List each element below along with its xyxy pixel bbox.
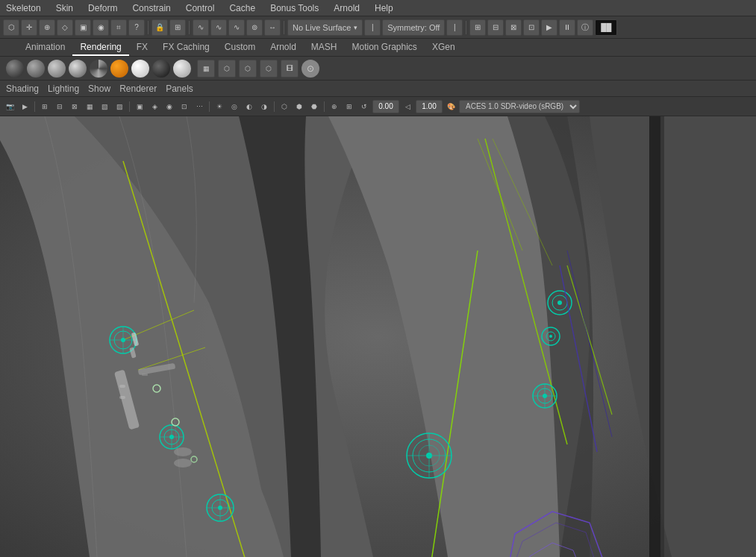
vp-icon-paste[interactable]: ⊞ (343, 100, 356, 113)
tool-grid4[interactable]: ⊡ (523, 19, 540, 36)
shading-menu-show[interactable]: Show (88, 84, 110, 94)
vp-icon-cube1[interactable]: ▣ (133, 100, 146, 113)
vp-icon-dots[interactable]: ⋯ (193, 100, 206, 113)
shading-menu-lighting[interactable]: Lighting (48, 84, 79, 94)
vp-icon-shading1[interactable]: ⬡ (278, 100, 291, 113)
sphere-lightgray[interactable] (173, 60, 191, 78)
svg-rect-43 (119, 396, 125, 399)
shading-menu-panels[interactable]: Panels (166, 84, 193, 94)
tab-arnold[interactable]: Arnold (263, 40, 304, 56)
separator2 (189, 21, 190, 34)
vp-icon-cube3[interactable]: ◉ (163, 100, 176, 113)
tool-btn-8[interactable]: ? (128, 19, 145, 36)
vp-icon-grid3[interactable]: ⊠ (68, 100, 81, 113)
menu-constrain[interactable]: Constrain (129, 1, 173, 15)
sphere-dark[interactable] (6, 60, 24, 78)
tool-arrow[interactable]: | (364, 19, 381, 36)
sphere-striped[interactable] (90, 60, 107, 78)
tool-btn-3[interactable]: ⊕ (39, 19, 55, 36)
render-icon-circle[interactable]: ⊙ (302, 60, 319, 78)
flat-icon-render1[interactable]: ⬡ (218, 60, 236, 78)
sphere-white[interactable] (131, 60, 149, 78)
svg-point-35 (549, 335, 552, 338)
live-surface-dropdown[interactable]: No Live Surface (287, 19, 363, 36)
vp-icon-light1[interactable]: ☀ (213, 100, 226, 113)
vp-icon-grid[interactable]: ⊞ (38, 100, 51, 113)
vp-sep1 (34, 101, 35, 112)
tab-motion-graphics[interactable]: Motion Graphics (345, 40, 425, 56)
tool-curve3[interactable]: ∿ (228, 19, 245, 36)
menu-deform[interactable]: Deform (85, 1, 120, 15)
flat-icon-film[interactable]: 🎞 (281, 60, 299, 78)
vp-icon-light2[interactable]: ◎ (228, 100, 241, 113)
joint-center (407, 433, 452, 478)
vp-icon-grid4[interactable]: ▦ (83, 100, 96, 113)
tab-xgen[interactable]: XGen (425, 40, 463, 56)
tool-info[interactable]: ⓘ (577, 19, 593, 36)
tool-magnet[interactable]: ⊞ (169, 19, 186, 36)
vp-icon-grid5[interactable]: ▧ (98, 100, 111, 113)
tool-curve2[interactable]: ∿ (210, 19, 227, 36)
tab-fx-caching[interactable]: FX Caching (155, 40, 217, 56)
vp-icon-lut[interactable]: 🎨 (444, 100, 457, 113)
tool-btn-4[interactable]: ◇ (57, 19, 73, 36)
tab-animation[interactable]: Animation (18, 40, 72, 56)
tool-pause[interactable]: ⏸ (559, 19, 575, 36)
tool-info2[interactable]: ██ (595, 19, 617, 36)
vp-icon-copy[interactable]: ⊕ (328, 100, 341, 113)
tool-play[interactable]: ▶ (541, 19, 557, 36)
vp-icon-shading3[interactable]: ⬣ (307, 100, 321, 113)
shading-menu-shading[interactable]: Shading (6, 84, 39, 94)
tool-btn-2[interactable]: ✛ (21, 19, 37, 36)
tool-btn-6[interactable]: ◉ (93, 19, 109, 36)
tab-empty[interactable] (3, 45, 18, 51)
menu-skeleton[interactable]: Skeleton (3, 1, 44, 15)
tool-move[interactable]: ↔ (264, 19, 281, 36)
vp-icon-sync[interactable]: ↺ (357, 100, 371, 113)
toolbar1: ⬡ ✛ ⊕ ◇ ▣ ◉ ⌗ ? 🔒 ⊞ ∿ ∿ ∿ ⊚ ↔ No Live Su… (0, 16, 756, 39)
gamma-input[interactable] (372, 100, 399, 113)
flat-icon-grid[interactable]: ▦ (197, 60, 215, 78)
sphere-medium[interactable] (27, 60, 45, 78)
vp-icon-gamma-arrow[interactable]: ◁ (401, 100, 414, 113)
tool-sym-arrow[interactable]: | (446, 19, 463, 36)
tool-btn-5[interactable]: ▣ (75, 19, 91, 36)
menu-help[interactable]: Help (372, 1, 396, 15)
tab-rendering[interactable]: Rendering (72, 40, 128, 56)
tab-fx[interactable]: FX (129, 40, 155, 56)
vp-icon-light3[interactable]: ◐ (243, 100, 256, 113)
menu-arnold[interactable]: Arnold (331, 1, 363, 15)
tab-mash[interactable]: MASH (304, 40, 345, 56)
flat-icon-render3[interactable]: ⬡ (260, 60, 278, 78)
menu-control[interactable]: Control (183, 1, 218, 15)
menu-cache[interactable]: Cache (226, 1, 258, 15)
vp-icon-grid2[interactable]: ⊟ (53, 100, 66, 113)
vp-icon-shading2[interactable]: ⬢ (293, 100, 306, 113)
vp-icon-light4[interactable]: ◑ (257, 100, 271, 113)
tool-btn-7[interactable]: ⌗ (110, 19, 127, 36)
menu-bonus-tools[interactable]: Bonus Tools (267, 1, 322, 15)
tool-grid3[interactable]: ⊠ (505, 19, 522, 36)
symmetry-dropdown[interactable]: Symmetry: Off (382, 19, 445, 36)
sphere-black[interactable] (152, 60, 170, 78)
vp-icon-cube4[interactable]: ⊡ (178, 100, 191, 113)
tab-custom[interactable]: Custom (217, 40, 263, 56)
sphere-gray[interactable] (48, 60, 66, 78)
vp-icon-cube2[interactable]: ◈ (148, 100, 161, 113)
vp-icon-cam[interactable]: 📷 (3, 100, 16, 113)
tool-curve4[interactable]: ⊚ (246, 19, 263, 36)
shading-menu-renderer[interactable]: Renderer (119, 84, 157, 94)
tool-lock[interactable]: 🔒 (151, 19, 168, 36)
sphere-chrome[interactable] (69, 60, 87, 78)
color-profile-select[interactable]: ACES 1.0 SDR-video (sRGB) (459, 100, 580, 113)
vp-icon-cam2[interactable]: ▶ (18, 100, 31, 113)
sphere-orange[interactable] (110, 60, 128, 78)
exposure-input[interactable] (416, 100, 443, 113)
tool-grid1[interactable]: ⊞ (469, 19, 486, 36)
flat-icon-render2[interactable]: ⬡ (239, 60, 257, 78)
tool-grid2[interactable]: ⊟ (487, 19, 504, 36)
tool-btn-1[interactable]: ⬡ (3, 19, 19, 36)
vp-icon-grid6[interactable]: ▨ (113, 100, 126, 113)
tool-curve1[interactable]: ∿ (193, 19, 209, 36)
menu-skin[interactable]: Skin (53, 1, 76, 15)
